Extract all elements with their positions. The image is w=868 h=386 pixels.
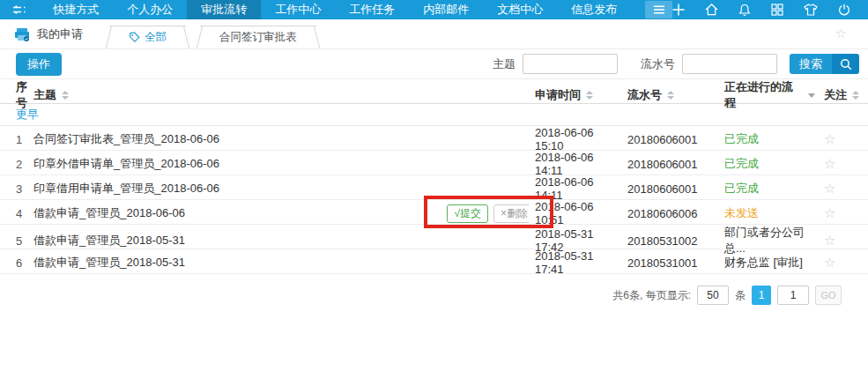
favorite-page-star-icon[interactable]: ☆ (835, 26, 868, 48)
bell-icon[interactable] (738, 4, 751, 17)
row-subject[interactable]: 合同签订审批表_管理员_2018-06-06 (33, 131, 219, 147)
row-actions: √提交 ×删除 (447, 204, 529, 223)
goto-page-input[interactable] (777, 286, 809, 305)
table-row[interactable]: 1 合同签订审批表_管理员_2018-06-06 2018-06-06 15:1… (0, 126, 868, 151)
row-number: 4 (0, 207, 33, 220)
nav-menu-items: 快捷方式个人办公审批流转工作中心工作任务内部邮件文档中心信息发布 (39, 0, 631, 19)
star-icon[interactable]: ☆ (824, 156, 835, 171)
row-process-status: 财务总监 [审批] (718, 255, 815, 271)
pagination: 共6条, 每页显示: 条 1 GO (0, 286, 868, 305)
search-button[interactable]: 搜索 (790, 54, 859, 74)
row-subject[interactable]: 印章借用申请单_管理员_2018-06-06 (33, 181, 219, 197)
nav-item[interactable]: 文档中心 (483, 0, 557, 19)
row-serial: 20180606001 (621, 133, 718, 146)
nav-item[interactable]: 内部邮件 (409, 0, 483, 19)
menu-icon[interactable] (645, 1, 672, 19)
row-process-status: 已完成 (718, 131, 815, 147)
table-row[interactable]: 5 借款申请_管理员_2018-05-31 2018-05-31 17:42 2… (0, 225, 868, 249)
my-application-icon (14, 27, 30, 41)
nav-item[interactable]: 信息发布 (557, 0, 631, 19)
table-row[interactable]: 3 印章借用申请单_管理员_2018-06-06 2018-06-06 14:1… (0, 175, 868, 200)
search-group: 主题 流水号 搜索 (493, 54, 859, 74)
header-process[interactable]: 正在进行的流程 (718, 79, 815, 111)
nav-item[interactable]: 工作中心 (261, 0, 335, 19)
subject-input[interactable] (523, 54, 618, 74)
power-icon[interactable] (838, 4, 850, 16)
row-number: 5 (0, 234, 33, 248)
page-1-button[interactable]: 1 (752, 286, 771, 305)
table-body: 1 合同签订审批表_管理员_2018-06-06 2018-06-06 15:1… (0, 126, 868, 274)
row-time: 2018-06-06 10:51 (529, 200, 621, 226)
header-subject[interactable]: 主题 (33, 87, 529, 103)
row-serial: 20180606001 (621, 158, 718, 171)
star-icon[interactable]: ☆ (824, 131, 835, 146)
star-icon[interactable]: ☆ (824, 233, 835, 248)
star-icon[interactable]: ☆ (824, 181, 835, 196)
collapse-sidebar-icon[interactable] (0, 4, 39, 15)
header-star[interactable]: 关注 (815, 87, 868, 103)
pagination-summary: 共6条, 每页显示: (612, 288, 691, 303)
apps-grid-icon[interactable] (771, 4, 783, 16)
row-time: 2018-05-31 17:41 (529, 249, 621, 276)
row-number: 6 (0, 256, 33, 270)
search-button-label: 搜索 (790, 54, 832, 74)
sort-icon (62, 91, 69, 100)
row-number: 3 (0, 182, 33, 196)
row-subject[interactable]: 借款申请_管理员_2018-06-06 (33, 205, 185, 221)
row-serial: 20180531001 (621, 256, 718, 270)
page-title: 我的申请 (0, 26, 97, 48)
nav-item[interactable]: 工作任务 (335, 0, 409, 19)
delete-button[interactable]: ×删除 (493, 204, 529, 223)
theme-shirt-icon[interactable] (804, 4, 818, 16)
nav-item[interactable]: 个人办公 (113, 0, 187, 19)
page-title-label: 我的申请 (37, 26, 83, 42)
per-page-input[interactable] (697, 286, 729, 305)
action-button[interactable]: 操作 (16, 53, 62, 76)
row-subject[interactable]: 借款申请_管理员_2018-05-31 (33, 255, 185, 271)
row-time: 2018-06-06 14:11 (529, 175, 621, 202)
row-process-status: 已完成 (718, 156, 815, 172)
row-serial: 20180606001 (621, 182, 718, 196)
top-navbar: 快捷方式个人办公审批流转工作中心工作任务内部邮件文档中心信息发布 (0, 0, 868, 19)
row-number: 1 (0, 133, 33, 146)
serial-input[interactable] (682, 54, 777, 74)
tag-icon (129, 32, 140, 43)
row-serial: 20180606006 (621, 207, 718, 220)
table-header: 序号 主题 申请时间 流水号 正在进行的流程 关注 (0, 79, 868, 104)
table-row[interactable]: 2 印章外借申请单_管理员_2018-06-06 2018-06-06 14:1… (0, 151, 868, 175)
subject-label: 主题 (493, 56, 516, 72)
filter-dropdown-icon (808, 93, 815, 98)
tab[interactable]: 全部 (109, 26, 186, 48)
nav-item[interactable]: 审批流转 (187, 0, 261, 19)
row-number: 2 (0, 158, 33, 171)
table-row[interactable]: 6 借款申请_管理员_2018-05-31 2018-05-31 17:41 2… (0, 249, 868, 274)
sort-icon (586, 91, 593, 100)
sort-icon (852, 91, 859, 100)
per-page-unit: 条 (735, 288, 746, 303)
tab-bar: 我的申请 全部 合同签订审批表 ☆ (0, 19, 868, 49)
serial-label: 流水号 (641, 56, 675, 72)
row-subject[interactable]: 借款申请_管理员_2018-05-31 (33, 233, 185, 249)
row-subject[interactable]: 印章外借申请单_管理员_2018-06-06 (33, 156, 219, 172)
row-serial: 20180531002 (621, 234, 718, 248)
go-button[interactable]: GO (815, 286, 842, 305)
search-icon (832, 54, 859, 74)
table-row[interactable]: 4 借款申请_管理员_2018-06-06 √提交 ×删除 2018-06-06… (0, 200, 868, 225)
header-time[interactable]: 申请时间 (529, 87, 621, 103)
plus-icon[interactable] (672, 4, 685, 16)
tab[interactable]: 合同签订审批表 (200, 26, 316, 48)
star-icon[interactable]: ☆ (824, 205, 835, 220)
row-time: 2018-06-06 14:11 (529, 151, 621, 177)
star-icon[interactable]: ☆ (824, 255, 835, 270)
row-process-status: 已完成 (718, 181, 815, 197)
tab-label: 合同签订审批表 (219, 26, 297, 48)
nav-item[interactable]: 快捷方式 (39, 0, 113, 19)
toolbar: 操作 主题 流水号 搜索 (0, 49, 868, 79)
nav-right-icons (672, 4, 868, 17)
header-serial[interactable]: 流水号 (621, 87, 718, 103)
row-process-status: 未发送 (718, 205, 815, 221)
sort-icon (667, 91, 674, 100)
home-icon[interactable] (705, 4, 718, 16)
submit-button[interactable]: √提交 (447, 204, 488, 223)
row-time: 2018-06-06 15:10 (529, 126, 621, 152)
